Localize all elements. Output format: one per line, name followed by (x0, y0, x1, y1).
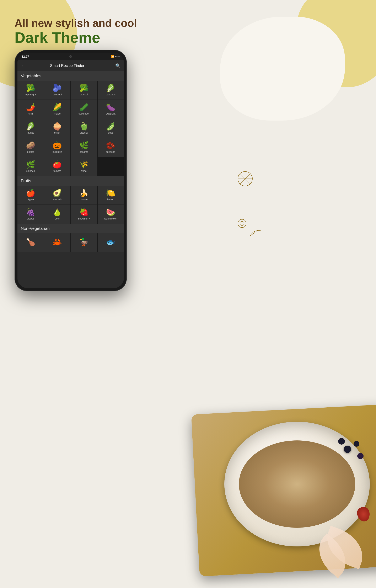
cabbage-item[interactable]: 🥬 cabbage (98, 81, 124, 100)
cucumber-item[interactable]: 🥒 cucumber (71, 100, 97, 119)
tomato-icon: 🍅 (52, 161, 62, 168)
chili-icon: 🌶️ (26, 104, 35, 111)
spinach-label: spinach (26, 170, 35, 172)
eggplant-label: eggplant (106, 112, 115, 115)
onion-item[interactable]: 🧅 onion (44, 119, 71, 138)
bg-blob (220, 17, 345, 120)
broccoli-item[interactable]: 🥦 broccoli (71, 81, 97, 100)
fish-icon: 🐟 (106, 238, 115, 246)
paprika-label: paprika (80, 131, 88, 134)
pear-icon: 🍐 (52, 208, 62, 216)
banana-icon: 🍌 (79, 189, 89, 197)
maize-icon: 🌽 (52, 104, 62, 111)
lettuce-item[interactable]: 🥬 lettuce (17, 119, 44, 138)
tomato-item[interactable]: 🍅 tomato (44, 157, 71, 176)
watermelon-item[interactable]: 🍉 watermelon (98, 205, 124, 224)
app-title: Smart Recipe Finder (28, 64, 106, 68)
banana-item[interactable]: 🍌 banana (71, 186, 97, 204)
wheat-label: wheat (81, 170, 87, 172)
berry-1 (344, 446, 351, 453)
nonveg-section-header: Non-Vegetarian (17, 224, 124, 233)
pear-label: pear (55, 217, 60, 220)
crab-icon: 🦀 (52, 238, 62, 246)
svg-point-5 (238, 219, 246, 228)
maize-label: maize (54, 112, 61, 115)
potato-icon: 🥔 (26, 142, 35, 149)
back-button[interactable]: ← (21, 63, 25, 68)
watermelon-icon: 🍉 (106, 208, 115, 216)
paprika-icon: 🫑 (79, 123, 89, 130)
apple-label: Apple (27, 198, 34, 201)
crab-item[interactable]: 🦀 (44, 233, 71, 252)
vegetables-grid: 🥦 asparagus 🫐 beetroot 🥦 broccoli 🥬 cabb… (17, 81, 124, 176)
beetroot-icon: 🫐 (52, 84, 62, 92)
banana-label: banana (80, 198, 88, 201)
beetroot-label: beetroot (53, 93, 62, 96)
pumpkin-icon: 🎃 (52, 142, 62, 149)
asparagus-icon: 🥦 (26, 84, 35, 92)
lemon-icon: 🍋 (106, 189, 115, 197)
food-photo-area (168, 235, 376, 588)
spinach-icon: 🌿 (26, 161, 35, 168)
apple-icon: 🍎 (26, 189, 35, 197)
chicken-item[interactable]: 🍗 (17, 233, 44, 252)
pear-item[interactable]: 🍐 pear (44, 205, 71, 224)
potato-label: potato (27, 150, 34, 153)
peas-icon: 🫛 (106, 123, 115, 130)
vegetables-title: Vegetables (21, 74, 41, 78)
duck-icon: 🦆 (79, 238, 89, 246)
bowl-shape (224, 422, 370, 546)
search-icon[interactable]: 🔍 (115, 63, 120, 68)
header-section: All new stylish and cool Dark Theme (15, 17, 137, 46)
header-subtitle: All new stylish and cool (15, 17, 137, 30)
potato-item[interactable]: 🥔 potato (17, 138, 44, 157)
strawberry-label: strawberry (78, 217, 90, 220)
lettuce-icon: 🥬 (26, 123, 35, 130)
berry-3 (338, 438, 345, 445)
battery-text: 88% (115, 55, 120, 58)
grapes-item[interactable]: 🍇 grapes (17, 205, 44, 224)
phone-mockup: 12:27 📶 88% ← Smart Recipe Finder 🔍 Vege… (15, 50, 127, 291)
grapes-label: grapes (27, 217, 34, 220)
spinach-item[interactable]: 🌿 spinach (17, 157, 44, 176)
asparagus-label: asparagus (25, 93, 36, 96)
onion-label: onion (54, 131, 60, 134)
peas-item[interactable]: 🫛 peas (98, 119, 124, 138)
soybean-icon: 🫘 (106, 142, 115, 149)
status-time: 12:27 (21, 55, 29, 58)
soybean-item[interactable]: 🫘 soybean (98, 138, 124, 157)
asparagus-item[interactable]: 🥦 asparagus (17, 81, 44, 100)
soybean-label: soybean (106, 150, 115, 153)
paprika-item[interactable]: 🫑 paprika (71, 119, 97, 138)
lemon-item[interactable]: 🍋 lemon (98, 186, 124, 204)
beetroot-item[interactable]: 🫐 beetroot (44, 81, 71, 100)
vegetables-section-header: Vegetables (17, 71, 124, 81)
avocado-icon: 🥑 (52, 189, 62, 197)
strawberry-icon: 🍓 (79, 208, 89, 216)
sesame-item[interactable]: 🌿 sesame (71, 138, 97, 157)
fish-item[interactable]: 🐟 (98, 233, 124, 252)
apple-item[interactable]: 🍎 Apple (17, 186, 44, 204)
duck-item[interactable]: 🦆 (71, 233, 97, 252)
phone-screen: 12:27 📶 88% ← Smart Recipe Finder 🔍 Vege… (17, 53, 124, 288)
berry-2 (354, 441, 359, 447)
onion-icon: 🧅 (52, 123, 62, 130)
wheat-item[interactable]: 🌾 wheat (71, 157, 97, 176)
leaf-decoration (249, 229, 262, 238)
berry-4 (357, 453, 364, 459)
lemon-label: lemon (107, 198, 114, 201)
sesame-icon: 🌿 (79, 142, 89, 149)
eggplant-item[interactable]: 🍆 eggplant (98, 100, 124, 119)
maize-item[interactable]: 🌽 maize (44, 100, 71, 119)
sesame-label: sesame (80, 150, 88, 153)
pumpkin-item[interactable]: 🎃 pumpkin (44, 138, 71, 157)
fruits-section-header: Fruits (17, 176, 124, 186)
strawberry-item[interactable]: 🍓 strawberry (71, 205, 97, 224)
avocado-item[interactable]: 🥑 avocado (44, 186, 71, 204)
app-toolbar: ← Smart Recipe Finder 🔍 (17, 60, 124, 71)
chili-label: chili (29, 112, 33, 115)
chili-item[interactable]: 🌶️ chili (17, 100, 44, 119)
header-title: Dark Theme (15, 30, 137, 46)
cucumber-icon: 🥒 (79, 104, 89, 111)
broccoli-icon: 🥦 (79, 84, 89, 92)
